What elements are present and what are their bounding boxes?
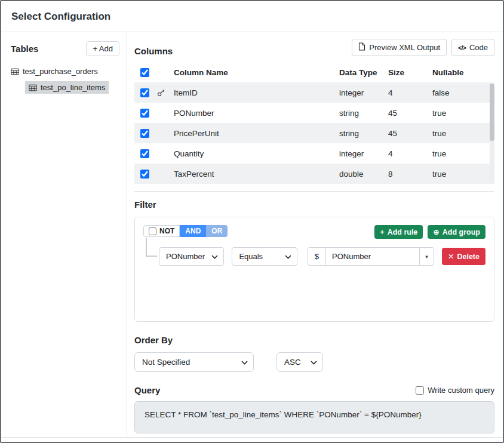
row-checkbox[interactable] [140,149,149,158]
row-checkbox[interactable] [140,129,149,138]
data-type-cell: integer [339,149,388,158]
column-name-cell: TaxPercent [174,170,339,179]
not-toggle[interactable]: NOT [143,225,180,237]
write-custom-query-toggle[interactable]: Write custom query [416,386,494,395]
columns-table-body: ItemID integer 4 false PONumber string 4… [134,82,494,184]
order-by-heading: Order By [134,335,494,345]
size-cell: 4 [388,88,432,97]
and-condition-button[interactable]: AND [180,225,206,237]
tables-heading: Tables [11,44,38,54]
header-nullable: Nullable [432,68,485,77]
table-row: PONumber string 45 true [134,103,494,123]
size-cell: 4 [388,149,432,158]
size-cell: 45 [388,129,432,138]
tree-item-label: test_purchase_orders [23,67,98,76]
columns-heading: Columns [134,46,173,56]
order-by-field-select[interactable]: Not Specified [134,352,254,372]
header-data-type: Data Type [339,68,388,77]
query-builder-group: NOT AND OR + Add rule ⊕ Add group [134,217,494,322]
filter-rule-row: PONumber Equals $ PONumber [159,247,485,266]
file-icon [358,42,365,53]
plus-circle-icon: ⊕ [433,227,439,236]
tree-item-test-po-line-items[interactable]: test_po_line_items [25,81,109,94]
code-button[interactable]: </> Code [451,39,494,56]
size-cell: 8 [388,170,432,179]
primary-key-icon [157,88,174,97]
tree-item-label: test_po_line_items [41,83,105,92]
columns-table: Column Name Data Type Size Nullable Item… [134,62,494,184]
delete-rule-button[interactable]: ✕ Delete [442,248,485,265]
configuration-panel: Columns Preview XML Output </> Code [127,33,503,436]
chevron-down-icon [211,252,218,261]
tree-item-test-purchase-orders[interactable]: test_purchase_orders [11,67,119,76]
nullable-cell: true [432,149,485,158]
table-icon [29,84,37,92]
rule-value-input[interactable]: PONumber [325,247,420,266]
preview-xml-output-button[interactable]: Preview XML Output [352,39,447,56]
filter-heading: Filter [134,199,494,210]
nullable-cell: false [432,88,485,97]
row-checkbox[interactable] [140,170,149,179]
chevron-down-icon [311,358,317,367]
query-heading: Query [134,385,160,395]
footer-divider [1,437,503,438]
header-column-name: Column Name [174,68,339,77]
columns-table-header: Column Name Data Type Size Nullable [134,62,494,82]
nullable-cell: true [432,129,485,138]
column-name-cell: PONumber [174,109,339,118]
write-custom-query-checkbox[interactable] [416,386,424,395]
variable-prefix-button[interactable]: $ [308,247,325,266]
rule-field-select[interactable]: PONumber [159,247,224,266]
chevron-down-icon [285,252,291,261]
chevron-down-icon [241,358,248,367]
data-type-cell: integer [339,88,388,97]
table-row: Quantity integer 4 true [134,143,494,164]
add-rule-button[interactable]: + Add rule [374,225,423,239]
table-icon [11,67,19,76]
add-group-button[interactable]: ⊕ Add group [428,225,485,239]
column-name-cell: ItemID [174,88,339,97]
rule-operator-select[interactable]: Equals [232,247,297,266]
size-cell: 45 [388,109,432,118]
column-name-cell: Quantity [174,149,339,158]
code-icon: </> [458,44,466,51]
data-type-cell: string [339,129,388,138]
or-condition-button[interactable]: OR [206,225,228,237]
row-checkbox[interactable] [140,88,149,97]
plus-icon: + [380,228,384,236]
table-row: TaxPercent double 8 true [134,164,494,184]
row-checkbox[interactable] [140,109,149,118]
not-checkbox[interactable] [149,227,156,235]
dialog-header: Select Configuration [1,1,503,32]
table-row: PricePerUnit string 45 true [134,123,494,143]
page-title: Select Configuration [11,11,110,23]
add-table-button[interactable]: + Add [86,41,119,56]
column-name-cell: PricePerUnit [174,129,339,138]
section-divider [134,191,494,192]
x-icon: ✕ [448,252,454,261]
nullable-cell: true [432,109,485,118]
scrollbar-thumb[interactable] [490,84,494,141]
tables-tree: test_purchase_orders test_po_line_items [11,67,119,94]
nullable-cell: true [432,170,485,179]
rule-connector [146,238,157,257]
data-type-cell: double [339,170,388,179]
order-direction-select[interactable]: ASC [276,352,323,372]
rule-value-group: $ PONumber ▾ [308,247,434,266]
select-configuration-dialog: Select Configuration Tables + Add test_p… [0,0,504,443]
table-row: ItemID integer 4 false [134,82,494,103]
data-type-cell: string [339,109,388,118]
tables-panel: Tables + Add test_purchase_orders test_p… [1,33,127,436]
query-text-area[interactable]: SELECT * FROM `test_po_line_items` WHERE… [134,401,494,433]
value-dropdown-toggle[interactable]: ▾ [420,247,434,266]
header-size: Size [388,68,432,77]
select-all-checkbox[interactable] [140,68,149,77]
table-scrollbar[interactable] [490,84,494,183]
